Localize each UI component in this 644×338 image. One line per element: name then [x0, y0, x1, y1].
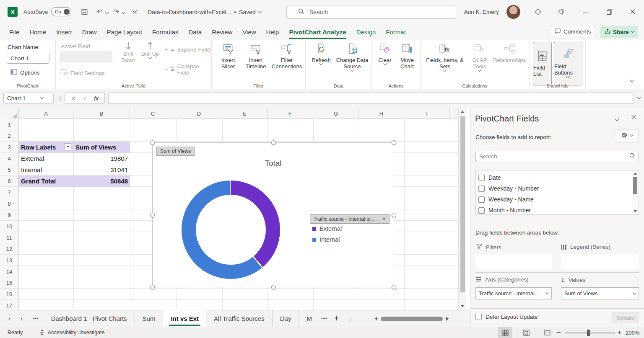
- row-header[interactable]: 1: [0, 119, 19, 130]
- cancel-icon[interactable]: ×: [71, 95, 76, 102]
- name-box-chevron-icon[interactable]: [40, 95, 44, 99]
- chart-handle-nw[interactable]: [150, 140, 155, 145]
- sheet-nav-next-icon[interactable]: ›: [16, 315, 28, 322]
- share-button[interactable]: Share: [600, 26, 638, 38]
- cell-a4-external[interactable]: External: [19, 153, 73, 164]
- redo-chevron-icon[interactable]: [122, 10, 125, 14]
- values-field-chip[interactable]: Sum of Views: [561, 287, 639, 299]
- row-header[interactable]: 14: [0, 266, 19, 277]
- tab-view[interactable]: View: [237, 24, 261, 40]
- document-title[interactable]: Data-to-Dashboard-with-Excel... • Saved: [148, 0, 261, 24]
- sheet-tab-day[interactable]: Day: [273, 310, 299, 327]
- tab-format[interactable]: Format: [381, 24, 411, 40]
- field-list-scroll-thumb[interactable]: [633, 177, 637, 194]
- name-box-splitter-icon[interactable]: ⋮: [58, 95, 64, 101]
- legend-item-internal[interactable]: Internal: [312, 236, 340, 243]
- clear-button[interactable]: Clear: [374, 43, 395, 66]
- row-header[interactable]: 8: [0, 198, 19, 209]
- row-header[interactable]: 11: [0, 232, 19, 243]
- column-header-a[interactable]: A: [19, 108, 73, 119]
- feedback-megaphone-icon[interactable]: [557, 7, 566, 16]
- field-item-date[interactable]: Date: [478, 172, 501, 183]
- move-chart-button[interactable]: Move Chart: [396, 43, 418, 70]
- defer-layout-update[interactable]: Defer Layout Update: [475, 314, 538, 320]
- hscroll-right-icon[interactable]: [446, 317, 449, 321]
- sheet-nav-more-icon[interactable]: •••: [28, 315, 44, 322]
- restore-button[interactable]: [605, 7, 614, 16]
- tab-home[interactable]: Home: [24, 24, 51, 40]
- accessibility-status[interactable]: Accessibility: Investigate: [48, 330, 104, 335]
- tab-insert[interactable]: Insert: [51, 24, 77, 40]
- tab-review[interactable]: Review: [207, 24, 237, 40]
- field-item-weekday-name[interactable]: Weekday - Name: [478, 194, 534, 205]
- cell-a5-internal[interactable]: Internal: [19, 164, 73, 175]
- name-box-input[interactable]: [7, 95, 41, 101]
- sheet-tab-dashboard[interactable]: Dashboard 1 - Pivot Charts: [44, 310, 135, 327]
- chart-handle-e[interactable]: [392, 213, 396, 217]
- legend-field-button[interactable]: Traffic source - Internal or...: [310, 214, 390, 224]
- row-header[interactable]: 2: [0, 130, 19, 142]
- scroll-up-icon[interactable]: [461, 111, 464, 113]
- row-header[interactable]: 3: [0, 142, 19, 153]
- enter-icon[interactable]: ✓: [83, 95, 87, 101]
- filters-drop-zone[interactable]: [475, 254, 552, 269]
- column-header-i[interactable]: I: [404, 108, 450, 119]
- autosave-toggle[interactable]: On: [51, 7, 71, 16]
- hscroll-left-icon[interactable]: [375, 317, 377, 321]
- row-header[interactable]: 6: [0, 175, 19, 187]
- field-list-scrollbar[interactable]: [632, 171, 638, 214]
- name-box[interactable]: [3, 93, 54, 104]
- page-layout-view-button[interactable]: [519, 327, 533, 338]
- chart-handle-se[interactable]: [392, 285, 396, 289]
- cell-b4-external-value[interactable]: 19807: [73, 153, 130, 164]
- panel-collapse-chevron-icon[interactable]: [615, 116, 619, 121]
- vertical-scroll-thumb[interactable]: [460, 116, 465, 292]
- expand-formula-bar-icon[interactable]: [637, 96, 641, 99]
- collapse-ribbon-chevron-icon[interactable]: [630, 77, 634, 82]
- sheet-tab-all-traffic-sources[interactable]: All Traffic Sources: [206, 310, 273, 327]
- new-sheet-button[interactable]: +: [334, 314, 339, 323]
- comments-button[interactable]: Comments: [550, 26, 595, 37]
- tab-help[interactable]: Help: [261, 24, 284, 40]
- save-icon[interactable]: [80, 7, 89, 16]
- zoom-slider-track[interactable]: [565, 333, 615, 333]
- change-data-source-button[interactable]: Change Data Source: [333, 43, 371, 72]
- field-list-scroll-down-icon[interactable]: [634, 210, 637, 212]
- legend-drop-zone[interactable]: [561, 254, 639, 269]
- undo-icon[interactable]: ↶: [95, 7, 104, 16]
- cell-a6-grand-total[interactable]: Grand Total: [19, 175, 73, 187]
- sheet-nav-prev-icon[interactable]: ‹: [3, 315, 16, 322]
- panel-tools-button[interactable]: [615, 129, 639, 142]
- field-list-toggle[interactable]: Field List: [533, 42, 552, 85]
- row-header[interactable]: 9: [0, 209, 19, 221]
- page-break-view-button[interactable]: [540, 327, 554, 338]
- legend-item-external[interactable]: External: [312, 225, 342, 232]
- user-name[interactable]: Ann K. Emery: [457, 0, 499, 24]
- field-list-scroll-up-icon[interactable]: [634, 173, 637, 175]
- close-button[interactable]: [628, 7, 637, 16]
- sheet-tab-sum[interactable]: Sum: [135, 310, 164, 327]
- sheet-options-icon[interactable]: ⋮: [347, 315, 353, 322]
- panel-search-box[interactable]: [475, 151, 639, 162]
- row-header[interactable]: 10: [0, 221, 19, 232]
- column-header-f[interactable]: F: [267, 108, 313, 119]
- select-all-corner[interactable]: [0, 108, 19, 119]
- insert-function-icon[interactable]: fx: [94, 95, 99, 102]
- field-item-month-number[interactable]: Month - Number: [478, 205, 531, 216]
- series-field-button[interactable]: Sum of Views: [156, 147, 195, 156]
- column-header-b[interactable]: B: [73, 108, 130, 119]
- panel-close-icon[interactable]: [631, 114, 637, 122]
- search-box[interactable]: [286, 5, 456, 19]
- scroll-down-icon[interactable]: [461, 305, 464, 307]
- avatar[interactable]: [506, 5, 520, 19]
- undo-chevron-icon[interactable]: [105, 10, 109, 14]
- options-button[interactable]: Options: [10, 68, 40, 77]
- insert-timeline-button[interactable]: Insert Timeline: [242, 43, 270, 70]
- tab-design[interactable]: Design: [351, 24, 381, 40]
- sheet-tabs-overflow-icon[interactable]: •••: [322, 316, 327, 322]
- chart-handle-w[interactable]: [150, 213, 155, 217]
- cell-b5-internal-value[interactable]: 31041: [73, 164, 130, 175]
- row-header[interactable]: 12: [0, 243, 19, 255]
- chart-name-input[interactable]: [7, 53, 49, 64]
- chart-handle-ne[interactable]: [392, 140, 396, 145]
